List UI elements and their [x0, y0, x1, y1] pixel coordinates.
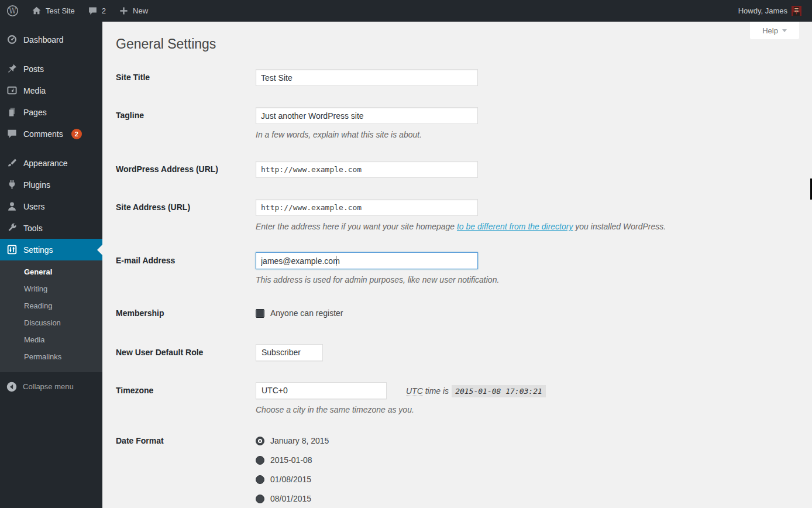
sidebar-item-label: Media — [23, 86, 46, 95]
wp-logo-menu[interactable]: W — [0, 0, 25, 22]
wordpress-address-input[interactable] — [256, 161, 478, 178]
sidebar-item-tools[interactable]: Tools — [0, 217, 102, 239]
site-address-row: Site Address (URL) Enter the address her… — [116, 199, 800, 232]
my-account-menu[interactable]: Howdy, James — [732, 0, 808, 22]
wordpress-address-label: WordPress Address (URL) — [116, 161, 256, 178]
radio-button[interactable] — [256, 475, 264, 484]
admin-bar-right: Howdy, James — [732, 0, 812, 22]
admin-menu: Dashboard Posts Media Pages Comments 2 — [0, 22, 102, 397]
date-format-option-2[interactable]: 2015-01-08 — [256, 455, 329, 465]
media-icon — [6, 85, 18, 96]
plus-icon — [119, 6, 129, 16]
tagline-label: Tagline — [116, 107, 256, 140]
dashboard-icon — [6, 34, 18, 45]
active-menu-arrow — [97, 245, 102, 255]
email-row: E-mail Address This address is used for … — [116, 252, 800, 285]
membership-row: Membership Anyone can register — [116, 308, 800, 318]
sidebar-item-label: Users — [23, 202, 45, 211]
tagline-input[interactable] — [256, 107, 478, 124]
default-role-label: New User Default Role — [116, 344, 256, 361]
date-format-option-4[interactable]: 08/01/2015 — [256, 494, 329, 504]
sidebar-item-label: Posts — [23, 64, 44, 74]
wordpress-logo-icon: W — [6, 5, 19, 17]
description-text: you installed WordPress. — [573, 222, 666, 231]
sidebar-item-media[interactable]: Media — [0, 80, 102, 101]
plug-icon — [6, 179, 18, 190]
general-settings-form: Site Title Tagline In a few words, expla… — [116, 69, 800, 504]
utc-abbr: UTC — [406, 386, 423, 396]
home-icon — [32, 6, 42, 16]
admin-bar: W Test Site 2 New Howdy, James — [0, 0, 812, 22]
radio-label: January 8, 2015 — [270, 436, 329, 446]
submenu-item-general[interactable]: General — [0, 263, 102, 280]
sidebar-item-comments[interactable]: Comments 2 — [0, 123, 102, 145]
date-format-option-1[interactable]: January 8, 2015 — [256, 436, 329, 446]
collapse-arrow-icon — [6, 381, 18, 393]
sidebar-item-settings[interactable]: Settings — [0, 239, 102, 260]
site-title-input[interactable] — [256, 69, 478, 86]
timezone-description: Choose a city in the same timezone as yo… — [256, 405, 546, 415]
sidebar-item-label: Tools — [23, 224, 43, 233]
menu-separator — [0, 145, 102, 152]
radio-button[interactable] — [256, 456, 264, 465]
different-directory-link[interactable]: to be different from the directory — [457, 222, 573, 231]
comments-count: 2 — [102, 6, 106, 15]
comments-icon — [6, 128, 18, 139]
date-format-option-3[interactable]: 01/08/2015 — [256, 475, 329, 485]
new-content-menu[interactable]: New — [112, 0, 154, 22]
site-title-row: Site Title — [116, 69, 800, 86]
collapse-menu-button[interactable]: Collapse menu — [0, 376, 102, 397]
tagline-description: In a few words, explain what this site i… — [256, 130, 478, 140]
site-address-input[interactable] — [256, 199, 478, 216]
default-role-row: New User Default Role Subscriber — [116, 344, 800, 361]
help-label: Help — [762, 26, 778, 35]
email-label: E-mail Address — [116, 252, 256, 285]
timezone-row: Timezone UTC+0 UTC time is2015-01-08 17:… — [116, 382, 800, 415]
sidebar-item-plugins[interactable]: Plugins — [0, 174, 102, 195]
membership-label: Membership — [116, 308, 256, 318]
utc-time-value: 2015-01-08 17:03:21 — [452, 385, 546, 397]
chevron-down-icon — [782, 29, 787, 32]
svg-text:W: W — [9, 7, 16, 15]
page-title: General Settings — [116, 35, 800, 53]
sidebar-item-dashboard[interactable]: Dashboard — [0, 29, 102, 50]
comments-shortcut[interactable]: 2 — [81, 0, 112, 22]
sidebar-item-users[interactable]: Users — [0, 195, 102, 217]
sidebar: Dashboard Posts Media Pages Comments 2 — [0, 22, 102, 508]
submenu-item-media[interactable]: Media — [0, 331, 102, 348]
membership-checkbox-row[interactable]: Anyone can register — [256, 308, 343, 318]
radio-label: 01/08/2015 — [270, 475, 311, 485]
anyone-can-register-checkbox[interactable] — [256, 309, 264, 318]
sidebar-item-label: Dashboard — [23, 35, 64, 44]
radio-button-selected[interactable] — [256, 437, 264, 445]
comments-pending-badge: 2 — [71, 129, 82, 139]
checkbox-label: Anyone can register — [270, 308, 343, 318]
submenu-item-permalinks[interactable]: Permalinks — [0, 348, 102, 365]
timezone-select[interactable]: UTC+0 — [256, 382, 387, 399]
sidebar-item-posts[interactable]: Posts — [0, 58, 102, 80]
site-menu[interactable]: Test Site — [25, 0, 81, 22]
utc-time-text: time is — [425, 386, 449, 396]
sidebar-item-appearance[interactable]: Appearance — [0, 152, 102, 174]
submenu-item-writing[interactable]: Writing — [0, 280, 102, 297]
sidebar-item-pages[interactable]: Pages — [0, 101, 102, 123]
howdy-text: Howdy, James — [738, 6, 787, 15]
email-field[interactable] — [256, 252, 478, 269]
wordpress-address-row: WordPress Address (URL) — [116, 161, 800, 178]
default-role-select[interactable]: Subscriber — [256, 344, 323, 361]
date-format-label: Date Format — [116, 436, 256, 504]
radio-button[interactable] — [256, 495, 264, 503]
wrench-icon — [6, 222, 18, 234]
date-format-row: Date Format January 8, 2015 2015-01-08 0… — [116, 436, 800, 504]
submenu-item-discussion[interactable]: Discussion — [0, 314, 102, 331]
help-tab-button[interactable]: Help — [750, 22, 799, 39]
settings-icon — [6, 244, 18, 255]
main-content: Help General Settings Site Title Tagline… — [102, 22, 812, 508]
text-cursor — [336, 256, 336, 266]
site-address-label: Site Address (URL) — [116, 199, 256, 232]
timezone-label: Timezone — [116, 382, 256, 415]
submenu-item-reading[interactable]: Reading — [0, 297, 102, 314]
pages-icon — [6, 107, 18, 118]
admin-bar-left: W Test Site 2 New — [0, 0, 154, 22]
sidebar-item-label: Settings — [23, 245, 53, 255]
